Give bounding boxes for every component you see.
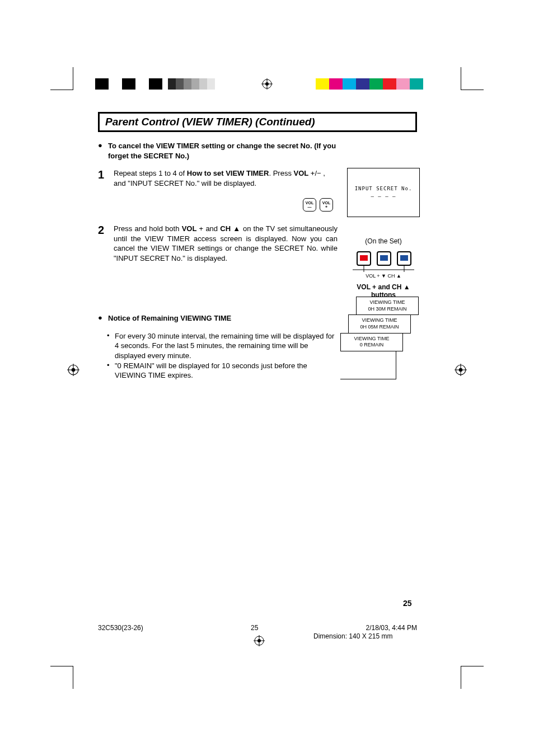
tv-panel-buttons-icon: [347, 250, 420, 272]
registration-mark-icon: [455, 364, 467, 376]
vol-minus-sign: —: [308, 205, 312, 209]
caption-line-a: VOL + and CH ▲: [347, 283, 420, 291]
step1-text-c: . Press: [269, 169, 293, 177]
crop-mark-icon: [461, 67, 484, 90]
footer-date: 2/18/03, 4:44 PM: [366, 624, 417, 632]
notice-title: Notice of Remaining VIEWING TIME: [108, 313, 231, 323]
color-registration-bar: [95, 78, 439, 90]
step2-text-d: CH: [220, 224, 231, 233]
page-number: 25: [403, 599, 412, 608]
bullet-icon: ●: [98, 313, 104, 323]
right-column: INPUT SECRET No. – – – – (On the Set): [347, 168, 420, 299]
tv-panel-button-labels: VOL + ▼ CH ▲: [347, 273, 420, 279]
remain-box-empty: [340, 351, 396, 379]
notice-item-1: For every 30 minute interval, the remain…: [115, 331, 339, 361]
remain-l1: VIEWING TIME: [360, 299, 415, 306]
step2-text-a: Press and hold both: [114, 224, 182, 233]
remain-l2: 0 REMAIN: [344, 342, 399, 349]
remain-l1: VIEWING TIME: [352, 317, 407, 324]
on-set-label: (On the Set): [347, 237, 420, 245]
svg-rect-18: [400, 255, 408, 261]
remaining-time-diagram: VIEWING TIME 0H 30M REMAIN VIEWING TIME …: [340, 297, 424, 379]
step1-text-d: VOL: [294, 169, 309, 177]
crop-mark-icon: [461, 666, 484, 689]
print-proof-page: Parent Control (VIEW TIMER) (Continued) …: [0, 0, 534, 756]
footer-dimension: Dimension: 140 X 215 mm: [313, 632, 392, 640]
intro-bullet: ● To cancel the VIEW TIMER setting or ch…: [98, 141, 417, 161]
svg-rect-16: [380, 255, 388, 261]
footer-file: 32C530(23-26): [98, 624, 143, 632]
bullet-icon: ●: [98, 141, 104, 161]
vol-minus-button-icon: VOL —: [303, 198, 316, 212]
print-footer: 32C530(23-26) 25 2/18/03, 4:44 PM: [98, 624, 417, 632]
crop-mark-icon: [50, 67, 73, 90]
notice-item-2: "0 REMAIN" will be displayed for 10 seco…: [115, 361, 339, 381]
vol-plus-button-icon: VOL +: [320, 198, 333, 212]
svg-rect-14: [360, 255, 368, 261]
vol-label: VOL: [322, 201, 330, 205]
registration-mark-icon: [261, 78, 273, 90]
screen-line-2: – – – –: [371, 194, 396, 199]
vol-plus-sign: +: [325, 205, 327, 209]
remain-box-2: VIEWING TIME 0H 05M REMAIN: [348, 314, 411, 333]
remain-l2: 0H 05M REMAIN: [352, 324, 407, 331]
remain-l2: 0H 30M REMAIN: [360, 306, 415, 313]
section-heading-box: Parent Control (VIEW TIMER) (Continued): [98, 112, 417, 132]
registration-mark-icon: [254, 635, 265, 648]
footer-page: 25: [251, 624, 258, 632]
registration-mark-icon: [67, 364, 79, 376]
remain-box-3: VIEWING TIME 0 REMAIN: [340, 333, 403, 351]
sub-bullet-icon: •: [107, 361, 111, 381]
step1-text-a: Repeat steps 1 to 4 of: [114, 169, 187, 177]
step2-text-b: VOL: [182, 224, 197, 233]
remain-box-1: VIEWING TIME 0H 30M REMAIN: [356, 297, 419, 315]
step-number: 1: [98, 168, 109, 188]
crop-mark-icon: [50, 666, 73, 689]
vol-label: VOL: [306, 201, 313, 205]
tv-screen-diagram: INPUT SECRET No. – – – –: [347, 168, 420, 217]
step2-text-c: + and: [196, 224, 220, 233]
intro-text: To cancel the VIEW TIMER setting or chan…: [108, 141, 338, 161]
screen-line-1: INPUT SECRET No.: [355, 186, 413, 191]
step-number: 2: [98, 224, 109, 263]
section-heading: Parent Control (VIEW TIMER) (Continued): [105, 116, 410, 128]
remain-l1: VIEWING TIME: [344, 336, 399, 342]
sub-bullet-icon: •: [107, 331, 111, 361]
step1-text-b: How to set VIEW TIMER: [187, 169, 269, 177]
